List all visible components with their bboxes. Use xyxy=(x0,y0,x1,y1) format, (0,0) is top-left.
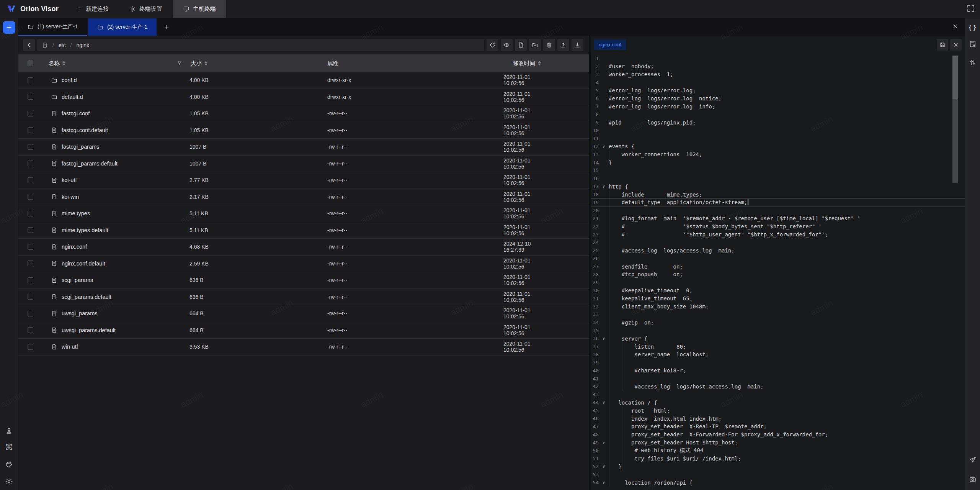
code-line-25[interactable]: 25 #access_log logs/access.log main; xyxy=(591,246,965,254)
code-line-22[interactable]: 22 # '$status $body_bytes_sent "$http_re… xyxy=(591,223,965,231)
fold-toggle-icon[interactable]: ∨ xyxy=(599,400,609,405)
table-row[interactable]: koi-win2.17 KB-rw-r--r--2020-11-01 10:02… xyxy=(18,189,589,206)
row-checkbox[interactable] xyxy=(28,311,33,316)
close-panel-button[interactable] xyxy=(952,23,960,31)
code-line-49[interactable]: 49∨ proxy_set_header Host $http_host; xyxy=(591,439,965,447)
breadcrumb-segment-nginx[interactable]: nginx xyxy=(76,42,89,48)
download-button[interactable] xyxy=(572,39,583,51)
file-name[interactable]: mime.types.default xyxy=(62,227,108,233)
code-line-37[interactable]: 37 listen 80; xyxy=(591,343,965,351)
scrollbar-thumb-lower[interactable] xyxy=(952,99,958,183)
file-name[interactable]: win-utf xyxy=(62,344,78,350)
new-tab-plus-button[interactable] xyxy=(3,21,15,34)
file-name[interactable]: fastcgi.conf xyxy=(62,110,90,116)
code-line-15[interactable]: 15 xyxy=(591,166,965,174)
code-line-27[interactable]: 27 sendfile on; xyxy=(591,262,965,270)
table-row[interactable]: fastcgi.conf1.05 KB-rw-r--r--2020-11-01 … xyxy=(18,105,589,122)
new-folder-button[interactable] xyxy=(529,39,541,51)
code-line-12[interactable]: 12∨events { xyxy=(591,143,965,151)
menu-item-terminal-settings[interactable]: 终端设置 xyxy=(119,0,173,18)
camera-button[interactable] xyxy=(969,475,977,485)
row-checkbox[interactable] xyxy=(28,294,33,300)
row-checkbox[interactable] xyxy=(28,144,33,150)
code-line-54[interactable]: 54∨ location /orion/api { xyxy=(591,479,965,487)
sort-mtime-icon[interactable] xyxy=(538,61,541,66)
row-checkbox[interactable] xyxy=(28,194,33,200)
row-checkbox[interactable] xyxy=(28,277,33,283)
code-line-45[interactable]: 45 root html; xyxy=(591,406,965,415)
code-line-11[interactable]: 11 xyxy=(591,134,965,143)
menu-item-host-terminal[interactable]: 主机终端 xyxy=(173,0,226,18)
fold-toggle-icon[interactable]: ∨ xyxy=(599,464,609,469)
preview-button[interactable] xyxy=(501,39,513,51)
code-line-33[interactable]: 33 xyxy=(591,311,965,319)
fullscreen-button[interactable] xyxy=(966,4,977,15)
table-row[interactable]: win-utf3.53 KB-rw-r--r--2020-11-01 10:02… xyxy=(18,339,589,356)
file-name[interactable]: nginx.conf xyxy=(62,244,87,250)
code-line-2[interactable]: 2#user nobody; xyxy=(591,62,965,70)
row-checkbox[interactable] xyxy=(28,127,33,133)
refresh-button[interactable] xyxy=(487,39,498,51)
row-checkbox[interactable] xyxy=(28,77,33,83)
table-row[interactable]: uwsgi_params664 B-rw-r--r--2020-11-01 10… xyxy=(18,305,589,322)
row-checkbox[interactable] xyxy=(28,327,33,333)
editor-scrollbar[interactable] xyxy=(952,36,958,490)
new-file-button[interactable] xyxy=(515,39,527,51)
fold-toggle-icon[interactable]: ∨ xyxy=(599,144,609,149)
code-line-47[interactable]: 47 proxy_set_header X-Real-IP $remote_ad… xyxy=(591,423,965,431)
row-checkbox[interactable] xyxy=(28,111,33,116)
code-line-13[interactable]: 13 worker_connections 1024; xyxy=(591,151,965,159)
code-editor[interactable]: 12#user nobody;3worker_processes 1;45#er… xyxy=(591,54,965,490)
code-line-51[interactable]: 51 try_files $uri $uri/ /index.html; xyxy=(591,455,965,463)
code-line-39[interactable]: 39 xyxy=(591,359,965,367)
code-line-29[interactable]: 29 xyxy=(591,279,965,287)
table-row[interactable]: nginx.conf.default2.59 KB-rw-r--r--2020-… xyxy=(18,256,589,272)
row-checkbox[interactable] xyxy=(28,94,33,100)
row-checkbox[interactable] xyxy=(28,161,33,166)
row-checkbox[interactable] xyxy=(28,211,33,216)
table-row[interactable]: fastcgi_params.default1007 B-rw-r--r--20… xyxy=(18,156,589,172)
code-line-35[interactable]: 35 xyxy=(591,326,965,334)
table-row[interactable]: conf.d4.00 KBdrwxr-xr-x2020-11-01 10:02:… xyxy=(18,72,589,89)
table-row[interactable]: fastcgi.conf.default1.05 KB-rw-r--r--202… xyxy=(18,122,589,139)
doc-bookmark-button[interactable] xyxy=(969,40,977,49)
code-line-34[interactable]: 34 #gzip on; xyxy=(591,318,965,326)
code-line-4[interactable]: 4 xyxy=(591,79,965,87)
palette-button[interactable] xyxy=(5,460,13,469)
code-line-32[interactable]: 32 client_max_body_size 1048m; xyxy=(591,303,965,311)
table-row[interactable]: uwsgi_params.default664 B-rw-r--r--2020-… xyxy=(18,322,589,339)
code-line-28[interactable]: 28 #tcp_nopush on; xyxy=(591,270,965,279)
code-line-5[interactable]: 5#error_log logs/error.log; xyxy=(591,87,965,95)
command-button[interactable]: ⌘ xyxy=(5,443,13,452)
fold-toggle-icon[interactable]: ∨ xyxy=(599,336,609,341)
code-line-6[interactable]: 6#error_log logs/error.log notice; xyxy=(591,94,965,102)
sort-name-icon[interactable] xyxy=(62,61,65,66)
code-line-19[interactable]: 19 default_type application/octet-stream… xyxy=(591,198,965,206)
code-line-31[interactable]: 31 keepalive_timeout 65; xyxy=(591,295,965,303)
code-line-46[interactable]: 46 index index.html index.htm; xyxy=(591,415,965,423)
code-line-42[interactable]: 42 #access_log logs/host.access.log main… xyxy=(591,383,965,391)
code-line-53[interactable]: 53 xyxy=(591,470,965,479)
row-checkbox[interactable] xyxy=(28,261,33,266)
code-line-16[interactable]: 16 xyxy=(591,174,965,182)
code-line-26[interactable]: 26 xyxy=(591,254,965,262)
file-name[interactable]: fastcgi_params xyxy=(62,144,99,150)
code-line-14[interactable]: 14} xyxy=(591,159,965,167)
table-row[interactable]: mime.types5.11 KB-rw-r--r--2020-11-01 10… xyxy=(18,205,589,222)
code-line-3[interactable]: 3worker_processes 1; xyxy=(591,70,965,79)
row-checkbox[interactable] xyxy=(28,344,33,350)
code-line-38[interactable]: 38 server_name localhost; xyxy=(591,351,965,359)
fold-toggle-icon[interactable]: ∨ xyxy=(599,480,609,485)
code-line-30[interactable]: 30 #keepalive_timeout 0; xyxy=(591,287,965,295)
file-name[interactable]: scgi_params xyxy=(62,277,93,283)
code-line-52[interactable]: 52∨ } xyxy=(591,462,965,470)
code-line-23[interactable]: 23 # '"$http_user_agent" "$http_x_forwar… xyxy=(591,231,965,239)
file-name[interactable]: koi-win xyxy=(62,194,79,200)
send-button[interactable] xyxy=(969,456,977,465)
code-line-50[interactable]: 50 # web history 模式 404 xyxy=(591,447,965,455)
code-line-20[interactable]: 20 xyxy=(591,206,965,215)
settings-button[interactable] xyxy=(5,477,13,485)
braces-button[interactable]: { } xyxy=(969,23,977,31)
column-header-mtime[interactable]: 修改时间 xyxy=(513,60,535,67)
scrollbar-thumb[interactable] xyxy=(952,56,958,99)
